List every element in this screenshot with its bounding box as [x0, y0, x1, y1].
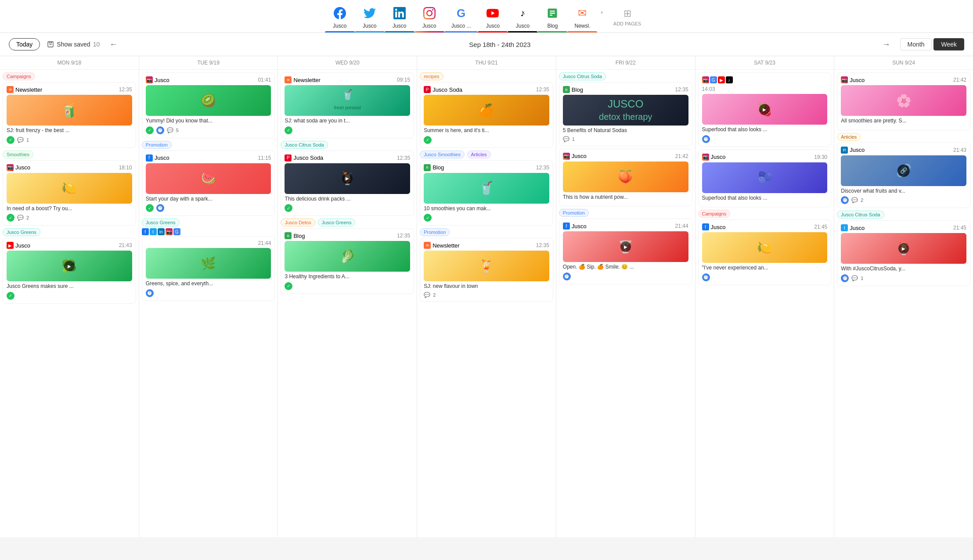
card-text: Summer is here, and it's ti...	[424, 127, 549, 134]
greens-multi-card-tue[interactable]: 21:44 🌿 Greens, spice, and everyth... 🕐	[142, 236, 275, 301]
jusco-greens-card-mon[interactable]: ▶ Jusco 21:43 🥦 ▶ Jusco Greens makes sur…	[3, 238, 136, 304]
save-icon	[47, 41, 54, 48]
jusco-fb-card-tue[interactable]: f Jusco 11:15 🍉 Start your day with a sp…	[142, 151, 275, 216]
jusco-soda-card-wed[interactable]: P Jusco Soda 12:35 🍹 ▶ This delicious dr…	[281, 151, 414, 216]
campaigns-tag-sat: Campaigns	[698, 210, 731, 218]
nav-youtube[interactable]: Jusco	[478, 4, 508, 32]
jusco-smoothie-card-mon[interactable]: 📷 Jusco 18:10 🍋 In need of a boost? Try …	[3, 160, 136, 226]
list-item: Jusco Greens f t in 📷 G 21:44	[142, 219, 275, 301]
multi-platform-sat-card[interactable]: 📷 G ▶ ♪ 14:03 🍓 ▶ Superfood that also lo…	[698, 72, 832, 147]
link-button[interactable]: 🔗	[897, 165, 910, 177]
day-thursday: THU 9/21 recipes P Jusco Soda 12:35 🍊	[417, 56, 556, 537]
nav-more-chevron[interactable]: ›	[597, 4, 606, 17]
jusco-greens-tag-wed: Jusco Greens	[318, 219, 356, 226]
articles-tag-sun: Articles	[837, 133, 861, 141]
saved-count: 10	[93, 41, 100, 48]
wednesday-content: ✉ Newsletter 09:15 🥤fresh pressed SJ: wh…	[278, 70, 417, 297]
card-image: 🫐	[702, 162, 828, 193]
newsletter-card-wed[interactable]: ✉ Newsletter 09:15 🥤fresh pressed SJ: wh…	[281, 72, 414, 138]
blog-card-wed[interactable]: B Blog 12:35 🥬 3 Healthy Ingredients to …	[281, 228, 414, 294]
promotion-tag-fri: Promotion	[559, 209, 589, 217]
nav-facebook[interactable]: Jusco	[325, 4, 355, 32]
jusco-ig-sun-card[interactable]: 📷 Jusco 21:42 🌸 All smoothies are pretty…	[837, 72, 970, 130]
instagram-icon	[422, 5, 437, 21]
list-item: Promotion f Jusco 21:44 🍸 ▶ Open. 🍊 Sip.…	[559, 209, 692, 284]
facebook-icon	[332, 5, 348, 21]
jusco-ig-fri-card[interactable]: 📷 Jusco 21:42 🍑 This is how a nutrient p…	[559, 149, 692, 207]
jusco-fb-fri-card[interactable]: f Jusco 21:44 🍸 ▶ Open. 🍊 Sip. 🍊 Smile. …	[559, 219, 692, 284]
nav-google-label: Jusco ...	[451, 23, 471, 29]
tk-multi-sat: ♪	[726, 76, 733, 83]
card-image: 🍸 ▶	[563, 231, 688, 262]
day-wednesday: WED 9/20 ✉ Newsletter 09:15 🥤fresh press…	[278, 56, 417, 537]
comment-count: 1	[572, 136, 575, 142]
add-pages-button[interactable]: ⊞ ADD PAGES	[606, 6, 648, 30]
platforms-row: 📷 G ▶ ♪	[702, 76, 733, 83]
jusco-ig-card-tue[interactable]: 📷 Jusco 01:41 🥝 Yummy! Did you know that…	[142, 72, 275, 138]
card-image: 🥤fresh pressed	[285, 85, 410, 116]
card-image: 🥤	[424, 173, 549, 204]
blog-thu-card[interactable]: B Blog 12:35 🥤 10 smoothies you can mak.…	[420, 160, 553, 226]
card-text: Jusco Greens makes sure ...	[7, 283, 132, 290]
nav-twitter[interactable]: Jusco	[355, 4, 385, 32]
prev-week-button[interactable]: ←	[107, 39, 120, 50]
g-multi-icon: G	[173, 228, 180, 235]
card-time: 12:35	[675, 86, 688, 93]
jusco-greens-tag-tue: Jusco Greens	[142, 219, 180, 226]
comment-icon: 💬	[424, 292, 430, 298]
sunday-content: 📷 Jusco 21:42 🌸 All smoothies are pretty…	[834, 70, 973, 289]
platform-name: Jusco	[572, 153, 587, 159]
nav-newsletter[interactable]: ✉ Newsl.	[567, 4, 597, 32]
nav-google[interactable]: G Jusco ...	[444, 4, 478, 32]
jusco-ig-sat-card[interactable]: 📷 Jusco 19:30 🫐 Superfood that also look…	[698, 150, 832, 208]
today-button[interactable]: Today	[9, 38, 40, 50]
next-week-button[interactable]: →	[880, 39, 893, 50]
list-item: Jusco Detox Jusco Greens B Blog 12:35 🥬 …	[281, 219, 414, 294]
comment-count: 2	[433, 292, 436, 298]
saturday-header: SAT 9/23	[696, 56, 834, 70]
thursday-content: recipes P Jusco Soda 12:35 🍊 Summer is h…	[417, 70, 556, 305]
jusco-soda-thu[interactable]: P Jusco Soda 12:35 🍊 Summer is here, and…	[420, 82, 553, 148]
card-image: 🍑	[563, 162, 688, 192]
week-view-button[interactable]: Week	[933, 38, 964, 50]
jusco-tw-sun-card[interactable]: t Jusco 21:45 🍹 ▶ With #JuscoCitrusSoda,…	[837, 220, 970, 286]
card-image: 🥦 ▶	[7, 251, 132, 281]
yt-multi-sat: ▶	[718, 76, 725, 83]
friday-header: FRI 9/22	[556, 56, 695, 70]
nav-linkedin[interactable]: Jusco	[385, 4, 414, 32]
view-toggle: Month Week	[900, 38, 964, 50]
jusco-li-sun-card[interactable]: in Jusco 21:43 🔗 🔗 Discover what fruits …	[837, 143, 970, 208]
card-image: 🍹 ▶	[285, 163, 410, 194]
status-check: ✓	[424, 214, 432, 222]
comment-icon: 💬	[563, 136, 569, 142]
status-check: ✓	[146, 204, 154, 212]
list-item: Jusco Citrus Soda B Blog 12:35 JUSCOdeto…	[559, 72, 692, 146]
nav-tiktok[interactable]: ♪ Jusco	[508, 4, 537, 32]
card-text: 10 smoothies you can mak...	[424, 205, 549, 212]
play-button[interactable]: ▶	[342, 173, 353, 184]
card-time: 21:42	[953, 77, 966, 83]
show-saved-toggle[interactable]: Show saved 10	[47, 41, 100, 48]
jusco-fb-sat-card[interactable]: f Jusco 21:45 🍋 "I've never experienced …	[698, 219, 832, 285]
nav-twitter-label: Jusco	[363, 23, 376, 29]
card-image: 🥬	[285, 241, 410, 272]
card-time: 19:30	[814, 154, 827, 160]
blog-fri-card[interactable]: B Blog 12:35 JUSCOdetox therapy 5 Benefi…	[559, 82, 692, 146]
nav-instagram-underline	[414, 31, 444, 32]
ig-icon-card: 📷	[702, 154, 709, 161]
show-saved-label: Show saved	[57, 41, 90, 48]
newsletter-thu-card[interactable]: ✉ Newsletter 12:35 🍹 SJ: new flavour in …	[420, 238, 553, 302]
nav-instagram[interactable]: Jusco	[414, 4, 444, 32]
tw-icon-card: t	[841, 224, 848, 231]
play-button[interactable]: ▶	[620, 241, 631, 252]
top-navigation: Jusco Jusco Jusco Jusco G Jusco ... Jusc…	[0, 0, 973, 33]
ig-multi-sat: 📷	[702, 76, 709, 83]
list-item: Smoothies 📷 Jusco 18:10 🍋 In need of a b…	[3, 151, 136, 226]
tuesday-content: 📷 Jusco 01:41 🥝 Yummy! Did you know that…	[139, 70, 278, 304]
list-item: Jusco Smoothies Articles B Blog 12:35 🥤 …	[420, 151, 553, 226]
fb-icon-card: f	[146, 154, 153, 162]
newsletter-card-mon[interactable]: ✉ Newsletter 12:35 🧃 SJ: fruit frenzy - …	[3, 82, 136, 148]
month-view-button[interactable]: Month	[900, 38, 932, 50]
nav-blog[interactable]: Blog	[537, 4, 567, 32]
play-button[interactable]: ▶	[64, 261, 75, 271]
